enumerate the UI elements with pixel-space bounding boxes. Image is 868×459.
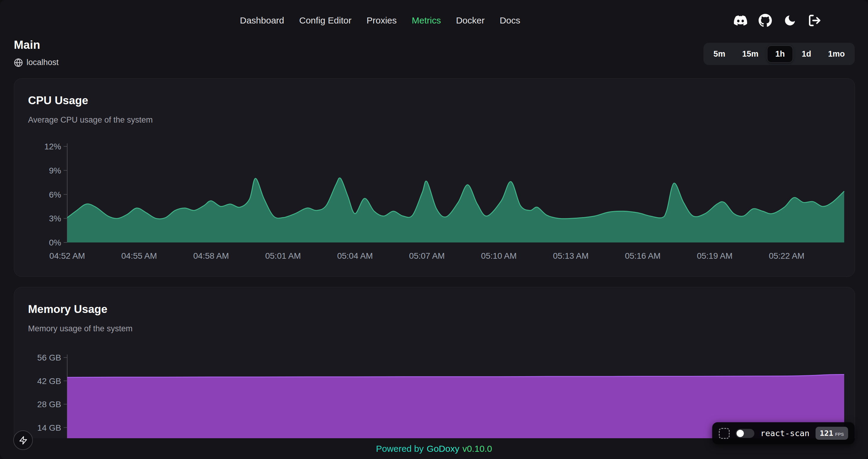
memory-card-title: Memory Usage <box>28 303 107 316</box>
powered-by-text: Powered by <box>376 444 424 454</box>
nav-item-dashboard[interactable]: Dashboard <box>240 15 284 26</box>
toggle-knob <box>737 430 744 437</box>
svg-text:05:13 AM: 05:13 AM <box>553 251 589 261</box>
nav-item-docker[interactable]: Docker <box>456 15 485 26</box>
inspect-icon[interactable] <box>719 428 730 439</box>
svg-text:0%: 0% <box>49 238 61 247</box>
svg-text:9%: 9% <box>49 166 61 175</box>
nav-item-proxies[interactable]: Proxies <box>367 15 397 26</box>
range-tab-5m[interactable]: 5m <box>705 45 733 63</box>
host-label: localhost <box>27 58 59 67</box>
svg-text:6%: 6% <box>49 190 61 199</box>
cpu-usage-chart[interactable]: 0%3%6%9%12%04:52 AM04:55 AM04:58 AM05:01… <box>25 139 850 267</box>
header-icon-group <box>734 0 822 41</box>
top-nav: Dashboard Config Editor Proxies Metrics … <box>240 0 520 41</box>
svg-text:04:58 AM: 04:58 AM <box>193 251 229 261</box>
cpu-usage-card: CPU Usage Average CPU usage of the syste… <box>14 78 855 277</box>
github-icon[interactable] <box>758 13 772 27</box>
memory-card-subtitle: Memory usage of the system <box>28 324 133 333</box>
svg-text:05:22 AM: 05:22 AM <box>769 251 804 261</box>
svg-text:28 GB: 28 GB <box>37 400 61 409</box>
svg-text:05:16 AM: 05:16 AM <box>625 251 660 261</box>
svg-text:04:55 AM: 04:55 AM <box>121 251 157 261</box>
range-tab-15m[interactable]: 15m <box>734 45 767 63</box>
svg-text:05:19 AM: 05:19 AM <box>697 251 733 261</box>
zap-icon <box>19 436 28 445</box>
version-text: v0.10.0 <box>462 444 492 454</box>
svg-text:05:07 AM: 05:07 AM <box>409 251 444 261</box>
nav-item-config-editor[interactable]: Config Editor <box>299 15 351 26</box>
range-tab-1d[interactable]: 1d <box>794 45 819 63</box>
range-tab-1mo[interactable]: 1mo <box>820 45 853 63</box>
fps-value: 121 <box>820 429 833 438</box>
cpu-card-subtitle: Average CPU usage of the system <box>28 116 153 125</box>
logout-icon[interactable] <box>808 13 822 27</box>
quick-actions-button[interactable] <box>13 430 33 450</box>
time-range-selector: 5m 15m 1h 1d 1mo <box>704 43 855 65</box>
svg-text:42 GB: 42 GB <box>37 376 61 386</box>
range-tab-1h[interactable]: 1h <box>767 45 793 63</box>
svg-text:56 GB: 56 GB <box>37 353 61 362</box>
discord-icon[interactable] <box>734 13 747 27</box>
svg-text:05:01 AM: 05:01 AM <box>265 251 301 261</box>
godoxy-link[interactable]: GoDoxy <box>427 444 459 454</box>
fps-badge: 121 FPS <box>815 427 848 440</box>
host-indicator: localhost <box>14 58 59 67</box>
svg-text:14 GB: 14 GB <box>37 423 61 432</box>
theme-toggle-moon-icon[interactable] <box>783 13 797 27</box>
fps-unit: FPS <box>835 432 844 437</box>
page-title: Main <box>14 38 40 52</box>
globe-icon <box>14 58 23 67</box>
app-root: Dashboard Config Editor Proxies Metrics … <box>0 0 868 459</box>
svg-text:12%: 12% <box>44 142 61 151</box>
nav-item-docs[interactable]: Docs <box>500 15 520 26</box>
nav-item-metrics[interactable]: Metrics <box>412 15 441 26</box>
react-scan-label: react-scan <box>761 429 809 438</box>
svg-text:05:04 AM: 05:04 AM <box>337 251 373 261</box>
react-scan-toolbar: react-scan 121 FPS <box>712 422 855 444</box>
react-scan-toggle[interactable] <box>736 429 754 438</box>
cpu-card-title: CPU Usage <box>28 94 88 107</box>
svg-text:3%: 3% <box>49 214 61 223</box>
svg-text:05:10 AM: 05:10 AM <box>481 251 517 261</box>
svg-text:04:52 AM: 04:52 AM <box>50 251 85 261</box>
